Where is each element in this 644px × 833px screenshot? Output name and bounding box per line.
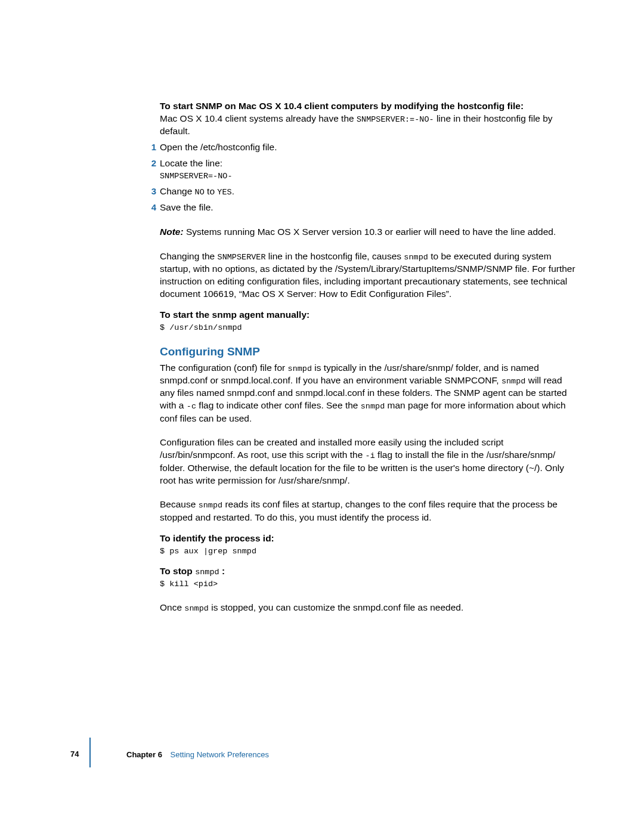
manual-heading: To start the snmp agent manually:	[160, 309, 578, 321]
step-code-fragment: YES	[217, 188, 231, 197]
stop-heading-post: :	[219, 566, 225, 576]
step-text-fragment: to	[205, 186, 218, 196]
identify-code: $ ps aux |grep snmpd	[160, 546, 578, 557]
text-fragment: Once	[160, 602, 184, 612]
note-text: Systems running Mac OS X Server version …	[184, 227, 556, 237]
text-fragment: Because	[160, 499, 199, 509]
chapter-title: Setting Network Preferences	[171, 750, 269, 759]
code-fragment: snmpd	[184, 604, 209, 613]
changing-para: Changing the SNMPSERVER line in the host…	[160, 250, 578, 301]
step-item: 1Open the /etc/hostconfig file.	[160, 141, 578, 154]
intro-text-1: Mac OS X 10.4 client systems already hav…	[160, 113, 357, 123]
step-number: 1	[144, 141, 156, 153]
code-fragment: snmpd	[288, 364, 312, 373]
step-number: 4	[144, 202, 156, 213]
text-fragment: The configuration (conf) file for	[160, 363, 288, 373]
note-block: Note: Systems running Mac OS X Server ve…	[160, 226, 578, 239]
step-item: 4Save the file.	[160, 202, 578, 214]
code-fragment: -c	[187, 402, 196, 411]
intro-block: To start SNMP on Mac OS X 10.4 client co…	[160, 100, 578, 138]
config-heading: Configuring SNMP	[160, 344, 578, 360]
code-fragment: snmpd	[404, 253, 428, 262]
code-fragment: -i	[366, 451, 375, 460]
stop-heading: To stop snmpd :	[160, 565, 578, 578]
manual-code: $ /usr/sbin/snmpd	[160, 323, 578, 333]
page-number: 74	[70, 749, 79, 760]
intro-code-1: SNMPSERVER:=-NO-	[357, 115, 434, 124]
step-text: Open the /etc/hostconfig file.	[160, 142, 277, 152]
footer-rule	[89, 738, 91, 767]
steps-list: 1Open the /etc/hostconfig file.2Locate t…	[160, 141, 578, 214]
step-text: Locate the line:	[160, 158, 222, 168]
text-fragment: flag to indicate other conf files. See t…	[196, 400, 361, 410]
code-fragment: SNMPSERVER	[218, 253, 266, 262]
page-footer: 74 Chapter 6 Setting Network Preferences	[0, 750, 644, 760]
step-number: 3	[144, 185, 156, 197]
step-number: 2	[144, 157, 156, 169]
code-fragment: snmpd	[361, 402, 385, 411]
code-fragment: snmpd	[501, 377, 526, 386]
step-text: Save the file.	[160, 202, 213, 212]
final-para: Once snmpd is stopped, you can customize…	[160, 602, 578, 614]
config-p1: The configuration (conf) file for snmpd …	[160, 362, 578, 425]
note-label: Note:	[160, 227, 184, 237]
text-fragment: is stopped, you can customize the snmpd.…	[209, 602, 463, 612]
step-code-fragment: NO	[195, 188, 205, 197]
chapter-info: Chapter 6 Setting Network Preferences	[126, 750, 269, 759]
step-code-block: SNMPSERVER=-NO-	[160, 171, 578, 182]
step-text-fragment: Change	[160, 186, 195, 196]
stop-heading-pre: To stop	[160, 566, 195, 576]
step-text-fragment: .	[232, 186, 234, 196]
stop-code: $ kill <pid>	[160, 579, 578, 590]
stop-heading-code: snmpd	[195, 568, 219, 577]
text-fragment: line in the hostconfig file, causes	[266, 251, 404, 261]
page: To start SNMP on Mac OS X 10.4 client co…	[0, 0, 644, 833]
step-item: 2Locate the line:SNMPSERVER=-NO-	[160, 157, 578, 182]
config-p2: Configuration files can be created and i…	[160, 436, 578, 487]
text-fragment: Changing the	[160, 251, 218, 261]
intro-heading: To start SNMP on Mac OS X 10.4 client co…	[160, 101, 524, 111]
code-fragment: snmpd	[199, 501, 223, 510]
identify-heading: To identify the process id:	[160, 532, 578, 545]
step-item: 3Change NO to YES.	[160, 185, 578, 198]
config-p3: Because snmpd reads its conf files at st…	[160, 498, 578, 524]
chapter-label: Chapter 6	[126, 750, 162, 759]
